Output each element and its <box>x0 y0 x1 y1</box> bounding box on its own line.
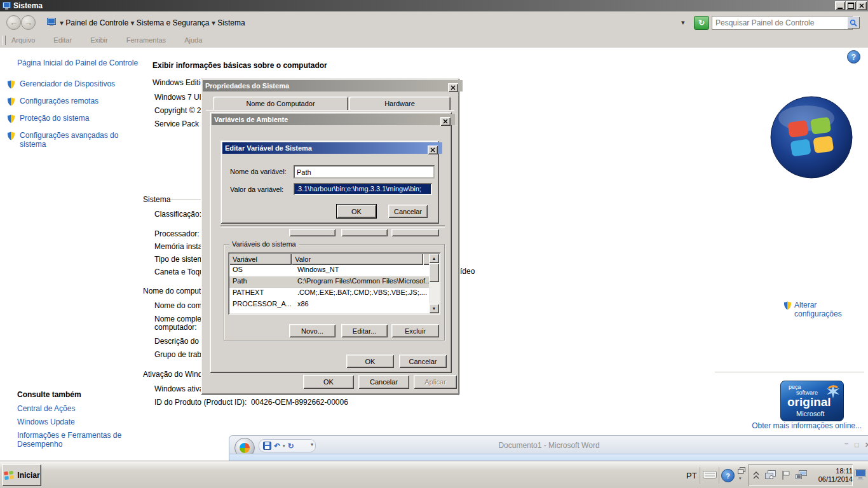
forward-button[interactable]: → <box>21 15 36 30</box>
close-button[interactable] <box>448 83 458 92</box>
minimize-icon <box>837 3 843 9</box>
breadcrumb-system-security[interactable]: Sistema e Segurança <box>137 18 210 27</box>
taskbar: Iniciar e S <box>0 461 868 488</box>
activation-row-label: Windows ativa <box>154 384 203 393</box>
scroll-up-button[interactable]: ▲ <box>429 254 439 263</box>
display-windows-icon[interactable] <box>765 470 776 480</box>
column-header-variable[interactable]: Variável <box>229 254 292 265</box>
cancel-button[interactable]: Cancelar <box>388 205 428 218</box>
section-divider <box>715 372 864 372</box>
sidebar-item-performance-info[interactable]: Informações e Ferramentas de Desempenho <box>17 431 132 449</box>
action-center-flag-icon[interactable] <box>782 470 790 480</box>
menu-ferramentas[interactable]: Ferramentas <box>126 36 166 44</box>
menu-exibir[interactable]: Exibir <box>90 36 108 44</box>
show-hidden-icons-chevron[interactable] <box>753 471 759 479</box>
menu-ajuda[interactable]: Ajuda <box>184 36 202 44</box>
dialog-titlebar: Editar Variável de Sistema <box>222 142 442 154</box>
sidebar-item-windows-update[interactable]: Windows Update <box>17 417 75 426</box>
computer-row-label: Grupo de traba <box>154 350 206 359</box>
minimize-button[interactable] <box>835 1 845 10</box>
new-button[interactable]: Novo... <box>289 324 336 337</box>
scrollbar-thumb[interactable] <box>429 263 439 282</box>
show-desktop-button[interactable] <box>854 468 867 481</box>
search-input[interactable] <box>712 16 853 30</box>
menu-arquivo[interactable]: Arquivo <box>11 36 35 44</box>
sidebar-item-device-manager[interactable]: Gerenciador de Dispositivos <box>6 79 153 90</box>
activation-group-label: Ativação do Windo <box>143 370 207 379</box>
language-indicator[interactable]: PT <box>686 471 697 480</box>
ok-button[interactable]: OK <box>346 355 394 368</box>
system-row-label: Tipo de sistema <box>154 255 208 264</box>
sidebar-item-system-protection[interactable]: Proteção do sistema <box>6 114 153 124</box>
tab-computer-name[interactable]: Nome do Computador <box>213 97 348 110</box>
sidebar-item-advanced-settings[interactable]: Configurações avançadas do sistema <box>6 131 153 149</box>
shield-icon <box>6 131 16 141</box>
system-row-label: Processador: <box>154 229 200 238</box>
cancel-button[interactable]: Cancelar <box>399 355 447 368</box>
group-bottom-edge <box>220 225 445 227</box>
genuine-microsoft-badge[interactable]: peça software original Microsoft <box>780 381 844 421</box>
tab-hardware[interactable]: Hardware <box>349 97 451 110</box>
word-minimize-button[interactable]: – <box>844 440 848 447</box>
cancel-button[interactable]: Cancelar <box>358 375 409 389</box>
separator <box>719 467 719 484</box>
ok-button[interactable]: OK <box>303 375 354 389</box>
sidebar-item-action-center[interactable]: Central de Ações <box>17 404 75 413</box>
refresh-icon: ↻ <box>698 18 705 27</box>
more-info-online-link[interactable]: Obter mais informações online... <box>731 421 862 430</box>
close-button[interactable] <box>857 1 867 10</box>
network-icon[interactable] <box>796 470 807 480</box>
back-button[interactable]: ← <box>6 15 21 30</box>
app-icon <box>3 2 11 10</box>
language-bar-options-icon[interactable]: ▾ <box>739 476 742 481</box>
breadcrumb-caret[interactable]: ▾ <box>212 18 217 27</box>
change-settings-link[interactable]: Alterar configurações <box>783 301 841 318</box>
help-button[interactable]: ? <box>847 50 860 64</box>
breadcrumb-control-panel[interactable]: Painel de Controle <box>65 18 128 27</box>
column-header-value[interactable]: Valor <box>292 254 423 265</box>
variable-value-input[interactable]: .3.1\harbour\bin;e:\hmg.3.3.1\mingw\bin; <box>294 183 432 195</box>
system-row-label: Classificação: <box>154 210 201 219</box>
window-title: Sistema <box>13 1 43 10</box>
dialog-edit-system-variable: Editar Variável de Sistema Nome da variá… <box>220 140 439 224</box>
search-button[interactable] <box>847 17 860 29</box>
breadcrumb-system[interactable]: Sistema <box>217 18 245 27</box>
word-close-button[interactable]: ✕ <box>865 441 868 449</box>
restore-button[interactable] <box>846 1 856 10</box>
ok-button[interactable]: OK <box>337 205 376 218</box>
help-icon: ? <box>726 472 730 480</box>
menu-drag-handle[interactable] <box>3 36 6 45</box>
breadcrumb-caret[interactable]: ▾ <box>60 18 65 27</box>
clock[interactable]: 18:11 06/11/2014 <box>813 467 853 484</box>
menu-editar[interactable]: Editar <box>53 36 72 44</box>
variable-name-input[interactable] <box>294 165 435 179</box>
sidebar-item-home[interactable]: Página Inicial do Painel de Controle <box>17 58 151 67</box>
sidebar-item-remote-settings[interactable]: Configurações remotas <box>6 97 153 107</box>
badge-line3: original <box>787 395 831 409</box>
apply-button[interactable]: Aplicar <box>414 375 457 389</box>
language-bar-restore-icon[interactable] <box>738 467 745 475</box>
edit-button[interactable]: Editar... <box>341 324 388 337</box>
breadcrumb: ▾ Painel de Controle ▾ Sistema e Seguran… <box>60 18 245 27</box>
delete-button[interactable]: Excluir <box>391 324 439 337</box>
start-label: Iniciar <box>17 471 39 480</box>
close-button[interactable] <box>428 146 438 154</box>
word-maximize-button[interactable]: □ <box>855 441 859 449</box>
vertical-scrollbar[interactable]: ▲ ▼ <box>429 254 439 313</box>
dialog-title: Variáveis de Ambiente <box>214 116 288 123</box>
keyboard-icon[interactable] <box>703 470 717 480</box>
breadcrumb-caret[interactable]: ▾ <box>130 18 136 27</box>
close-button[interactable] <box>440 117 451 126</box>
refresh-button[interactable]: ↻ <box>694 16 709 30</box>
table-row[interactable]: PATHEXT .COM;.EXE;.BAT;.CMD;.VBS;.VBE;.J… <box>229 288 439 299</box>
table-row[interactable]: PROCESSOR_A... x86 <box>229 299 439 311</box>
table-row-selected[interactable]: Path C:\Program Files\Common Files\Micro… <box>229 276 439 288</box>
dialog-titlebar: Variáveis de Ambiente <box>212 114 455 125</box>
table-row[interactable]: OS Windows_NT <box>229 265 439 276</box>
shield-icon <box>6 79 16 90</box>
scroll-down-button[interactable]: ▼ <box>429 304 439 313</box>
language-help-button[interactable]: ? <box>721 469 735 482</box>
address-dropdown-arrow[interactable]: ▾ <box>681 18 685 27</box>
clock-time: 18:11 <box>813 467 853 475</box>
start-button[interactable]: Iniciar <box>2 464 41 486</box>
